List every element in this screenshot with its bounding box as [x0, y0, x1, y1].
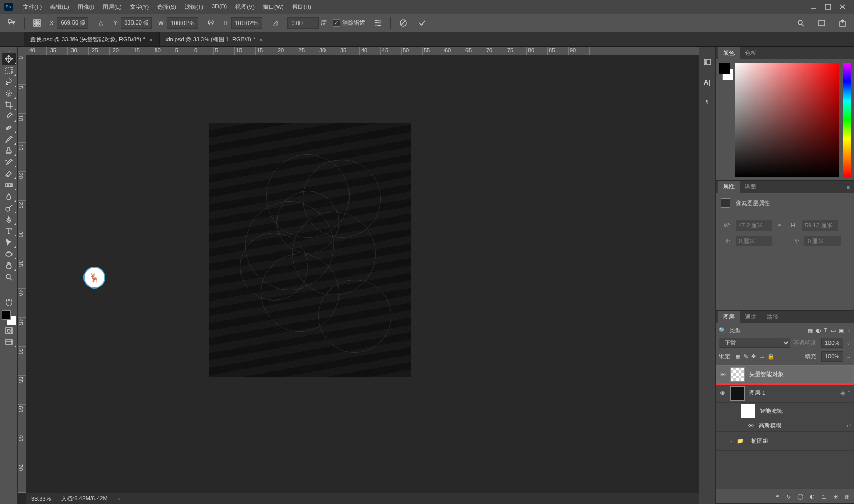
prop-h-input[interactable] [802, 220, 838, 231]
share-icon[interactable] [836, 17, 849, 29]
marquee-tool[interactable] [2, 65, 16, 76]
menu-type[interactable]: 文字(Y) [126, 1, 153, 13]
menu-3d[interactable]: 3D(D) [208, 1, 231, 13]
lock-trans-icon[interactable]: ▦ [735, 353, 740, 360]
maximize-button[interactable] [821, 2, 835, 12]
opacity-input[interactable] [821, 338, 843, 348]
menu-file[interactable]: 文件(F) [19, 1, 46, 13]
layer-name[interactable]: 椭圆组 [751, 437, 851, 445]
fill-input[interactable] [821, 351, 843, 362]
artboard[interactable] [209, 123, 411, 377]
paragraph-panel-icon[interactable]: ¶ [702, 96, 713, 107]
menu-filter[interactable]: 滤镜(T) [181, 1, 208, 13]
document-tab-1[interactable]: xin.psd @ 33.3% (椭圆 1, RGB/8) *× [160, 32, 270, 46]
more-tools[interactable]: ⋯ [2, 285, 16, 297]
warp-icon[interactable] [371, 17, 384, 29]
close-button[interactable] [835, 2, 850, 12]
expand-icon[interactable]: › [730, 438, 732, 445]
y-input[interactable] [121, 17, 152, 29]
eyedropper-tool[interactable] [2, 111, 16, 122]
dodge-tool[interactable] [2, 202, 16, 214]
doc-size[interactable]: 文档:6.42M/6.42M [61, 495, 107, 502]
h-input[interactable] [231, 17, 262, 29]
lock-pos-icon[interactable]: ✥ [751, 353, 756, 360]
layer-name[interactable]: 矢量智能对象 [749, 370, 851, 378]
saturation-field[interactable] [735, 63, 839, 177]
character-panel-icon[interactable]: A| [702, 76, 713, 88]
x-input[interactable] [57, 17, 88, 29]
opacity-dropdown[interactable]: ⌄ [846, 340, 851, 346]
quickmask-tool[interactable] [2, 325, 16, 337]
pen-tool[interactable] [2, 214, 16, 225]
angle-input[interactable] [287, 17, 319, 29]
type-tool[interactable] [2, 225, 16, 237]
layer-name[interactable]: 高斯模糊 [759, 422, 843, 429]
visibility-icon[interactable]: 👁 [719, 371, 726, 378]
quick-select-tool[interactable] [2, 88, 16, 99]
filter-adjust-icon[interactable]: ◐ [816, 327, 821, 334]
layer-name[interactable]: 图层 1 [749, 389, 836, 397]
cancel-transform-icon[interactable] [397, 17, 410, 29]
link-dims-icon[interactable]: ⚭ [777, 222, 782, 229]
prop-y-input[interactable] [804, 236, 841, 246]
filter-pixel-icon[interactable]: ▦ [808, 327, 813, 334]
brush-tool[interactable] [2, 134, 16, 145]
zoom-tool[interactable] [2, 271, 16, 283]
blend-mode-select[interactable]: 正常 [719, 338, 790, 348]
zoom-level[interactable]: 33.33% [31, 496, 51, 502]
link-layers-icon[interactable]: ⚭ [775, 493, 780, 500]
toolbar-handle[interactable]: ›› [0, 49, 17, 53]
history-panel-icon[interactable] [702, 56, 713, 68]
ruler-vertical[interactable]: 0510152025303540455055606570 [18, 55, 26, 493]
visibility-icon[interactable] [719, 438, 726, 445]
color-swatch[interactable] [2, 310, 16, 325]
antialias-checkbox[interactable]: ✓ [333, 19, 340, 27]
panel-menu-icon[interactable]: ≡ [843, 49, 854, 59]
panel-fg-color[interactable] [719, 63, 730, 74]
lock-paint-icon[interactable]: ✎ [743, 353, 748, 360]
edit-toolbar[interactable] [2, 297, 16, 308]
adjustment-layer-icon[interactable]: ◐ [810, 493, 815, 500]
menu-help[interactable]: 帮助(H) [288, 1, 316, 13]
hand-tool[interactable] [2, 260, 16, 271]
layer-item[interactable]: 智能滤镜 [716, 403, 854, 419]
healing-tool[interactable] [2, 122, 16, 134]
hue-slider[interactable] [843, 63, 851, 177]
properties-tab[interactable]: 属性 [718, 181, 740, 193]
prop-w-input[interactable] [736, 220, 772, 231]
layer-item[interactable]: › 📁 椭圆组 [716, 432, 854, 451]
close-tab-icon[interactable]: × [259, 37, 262, 43]
menu-layer[interactable]: 图层(L) [99, 1, 125, 13]
stamp-tool[interactable] [2, 145, 16, 157]
move-tool[interactable] [2, 53, 16, 65]
close-tab-icon[interactable]: × [149, 37, 152, 43]
menu-view[interactable]: 视图(V) [231, 1, 259, 13]
blur-tool[interactable] [2, 191, 16, 202]
screenmode-tool[interactable] [2, 337, 16, 348]
path-select-tool[interactable] [2, 237, 16, 248]
color-tab[interactable]: 颜色 [718, 47, 740, 59]
document-tab-0[interactable]: 置换.psd @ 33.3% (矢量智能对象, RGB/8#) *× [24, 32, 160, 46]
filter-toggle-icon[interactable]: ● [847, 327, 851, 334]
menu-window[interactable]: 窗口(W) [259, 1, 288, 13]
shape-tool[interactable] [2, 248, 16, 260]
layer-item[interactable]: 👁 矢量智能对象 [716, 365, 854, 384]
link-wh-icon[interactable] [205, 17, 217, 29]
commit-transform-icon[interactable] [416, 17, 428, 29]
menu-edit[interactable]: 编辑(E) [46, 1, 74, 13]
filter-shape-icon[interactable]: ▭ [831, 327, 836, 334]
gradient-tool[interactable] [2, 179, 16, 191]
swatches-tab[interactable]: 色板 [740, 47, 762, 59]
layer-fx-icon[interactable]: fx [786, 494, 791, 500]
prop-x-input[interactable] [736, 236, 772, 246]
adjustments-tab[interactable]: 调整 [740, 181, 762, 193]
reference-point-icon[interactable] [31, 17, 43, 29]
layer-item[interactable]: 👁 高斯模糊 ⇄ [716, 419, 854, 432]
search-icon[interactable] [795, 17, 807, 29]
canvas-viewport[interactable]: 🦌 [26, 55, 699, 493]
channels-tab[interactable]: 通道 [740, 311, 762, 323]
layer-mask-icon[interactable]: ◯ [797, 493, 803, 500]
visibility-icon[interactable]: 👁 [747, 422, 754, 429]
paths-tab[interactable]: 路径 [762, 311, 784, 323]
filter-smart-icon[interactable]: ▣ [839, 327, 844, 334]
